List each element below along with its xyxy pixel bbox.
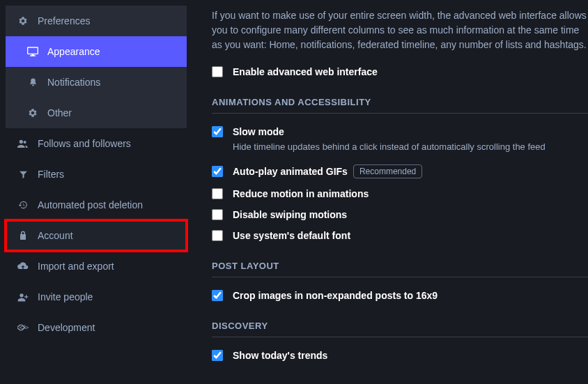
sidebar-item-label: Import and export [38,261,114,272]
sidebar-item-label: Development [38,322,95,333]
trends-checkbox[interactable] [212,350,223,361]
sidebar-item-label: Filters [38,169,64,180]
setting-system-font: Use system's default font [212,230,588,241]
setting-slow-mode: Slow mode [212,126,588,137]
sidebar-item-label: Automated post deletion [38,199,143,210]
reduce-motion-checkbox[interactable] [212,188,223,199]
autoplay-checkbox[interactable] [212,166,223,177]
slow-mode-checkbox[interactable] [212,126,223,137]
svg-text:</>: </> [20,324,29,331]
sidebar-item-label: Invite people [38,291,93,302]
sidebar-item-follows[interactable]: Follows and followers [6,128,187,159]
setting-label: Enable advanced web interface [233,66,378,77]
sidebar-item-invite[interactable]: Invite people [6,282,187,312]
sidebar-item-preferences[interactable]: Preferences [6,6,187,36]
filter-icon [17,170,29,179]
setting-disable-swiping: Disable swiping motions [212,209,588,220]
settings-sidebar: Preferences Appearance Notifications Oth… [0,0,192,384]
setting-label: Disable swiping motions [233,209,347,220]
setting-reduce-motion: Reduce motion in animations [212,188,588,199]
sidebar-item-import-export[interactable]: Import and export [6,251,187,282]
sidebar-item-development[interactable]: </> Development [6,312,187,343]
sidebar-item-notifications[interactable]: Notifications [6,67,187,98]
section-divider [212,113,588,114]
crop-images-checkbox[interactable] [212,290,223,301]
section-header-animations: ANIMATIONS AND ACCESSIBILITY [212,97,588,107]
code-icon: </> [17,323,29,332]
section-header-post-layout: POST LAYOUT [212,261,588,271]
history-icon [17,200,29,210]
sidebar-item-label: Appearance [47,46,100,57]
intro-text: If you want to make use of your entire s… [212,8,588,52]
gear-icon [26,108,39,118]
setting-label: Use system's default font [233,230,350,241]
setting-trends: Show today's trends [212,350,588,361]
sidebar-item-appearance[interactable]: Appearance [6,36,187,67]
section-divider [212,277,588,277]
cloud-icon [17,262,29,270]
enable-advanced-checkbox[interactable] [212,66,223,77]
setting-label: Show today's trends [233,350,327,361]
lock-icon [17,231,29,240]
section-divider [212,337,588,337]
sidebar-item-label: Other [47,107,72,118]
sidebar-item-label: Account [38,230,73,241]
sidebar-item-account[interactable]: Account [6,220,187,251]
setting-label: Crop images in non-expanded posts to 16x… [233,290,438,301]
user-plus-icon [17,293,29,302]
sidebar-item-label: Preferences [38,15,90,26]
sidebar-group-preferences: Preferences Appearance Notifications Oth… [6,6,187,128]
users-icon [17,139,29,148]
section-header-discovery: DISCOVERY [212,321,588,331]
setting-label: Slow mode [233,126,284,137]
sidebar-item-label: Follows and followers [38,138,131,149]
setting-crop-images: Crop images in non-expanded posts to 16x… [212,290,588,301]
sidebar-item-automated-deletion[interactable]: Automated post deletion [6,190,187,220]
settings-main: If you want to make use of your entire s… [192,0,588,384]
sidebar-item-label: Notifications [47,77,100,88]
gear-icon [17,16,29,26]
bell-icon [26,77,39,87]
sidebar-item-filters[interactable]: Filters [6,159,187,190]
slow-mode-hint: Hide timeline updates behind a click ins… [233,141,588,152]
setting-enable-advanced: Enable advanced web interface [212,66,588,77]
setting-autoplay: Auto-play animated GIFs Recommended [212,164,588,178]
system-font-checkbox[interactable] [212,230,223,241]
sidebar-item-other[interactable]: Other [6,98,187,128]
desktop-icon [26,47,39,56]
recommended-badge: Recommended [353,164,422,178]
setting-label: Auto-play animated GIFs [233,166,348,177]
disable-swiping-checkbox[interactable] [212,209,223,220]
setting-label: Reduce motion in animations [233,188,369,199]
